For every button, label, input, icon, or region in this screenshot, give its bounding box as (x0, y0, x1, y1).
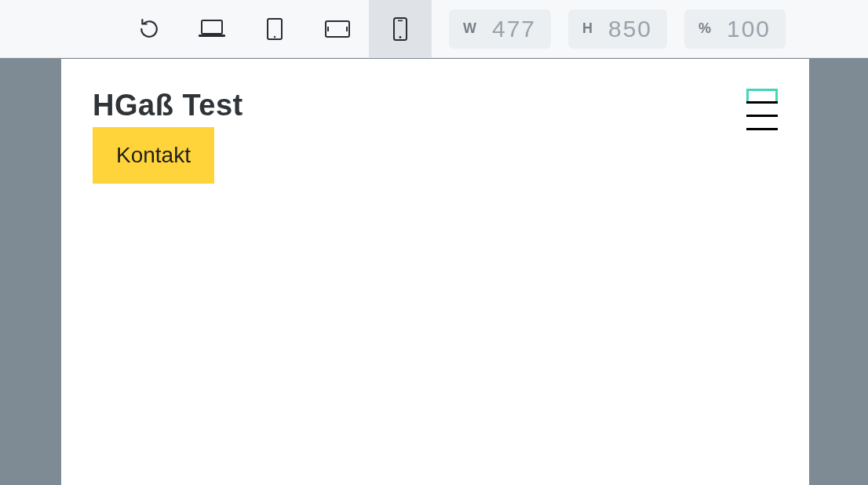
site-header-left: HGaß Test Kontakt (93, 89, 243, 184)
hamburger-bar-icon (746, 101, 778, 104)
preview-stage: HGaß Test Kontakt (0, 59, 868, 485)
height-field[interactable]: H 850 (568, 9, 667, 49)
menu-toggle-button[interactable] (746, 90, 778, 133)
width-value: 477 (491, 16, 537, 42)
hamburger-bar-icon (746, 128, 778, 130)
site-header: HGaß Test Kontakt (61, 59, 809, 184)
height-value: 850 (607, 16, 653, 42)
responsive-preview-toolbar: W 477 H 850 % 100 (0, 0, 868, 58)
contact-button[interactable]: Kontakt (93, 127, 214, 184)
zoom-label: % (698, 20, 712, 37)
device-phone-button[interactable] (369, 0, 432, 58)
tablet-landscape-icon (324, 20, 351, 38)
site-title: HGaß Test (93, 89, 243, 122)
svg-rect-9 (398, 20, 403, 21)
svg-rect-4 (326, 21, 349, 37)
svg-point-3 (274, 35, 275, 37)
hamburger-bar-icon (746, 115, 778, 117)
svg-rect-5 (327, 27, 329, 31)
svg-rect-0 (202, 20, 222, 34)
width-field[interactable]: W 477 (449, 9, 551, 49)
tablet-portrait-icon (266, 17, 283, 41)
reload-icon (139, 19, 159, 39)
preview-canvas: HGaß Test Kontakt (61, 59, 809, 485)
zoom-field[interactable]: % 100 (684, 9, 786, 49)
svg-rect-6 (346, 27, 348, 31)
zoom-value: 100 (726, 16, 771, 42)
height-label: H (582, 20, 593, 37)
device-tablet-portrait-button[interactable] (243, 0, 306, 58)
menu-accent (746, 89, 778, 102)
width-label: W (463, 20, 477, 37)
svg-rect-1 (199, 35, 225, 37)
device-desktop-button[interactable] (181, 0, 243, 58)
laptop-icon (198, 18, 226, 40)
svg-point-8 (399, 36, 402, 38)
reload-button[interactable] (118, 0, 181, 58)
smartphone-icon (392, 16, 408, 42)
device-tablet-landscape-button[interactable] (306, 0, 369, 58)
